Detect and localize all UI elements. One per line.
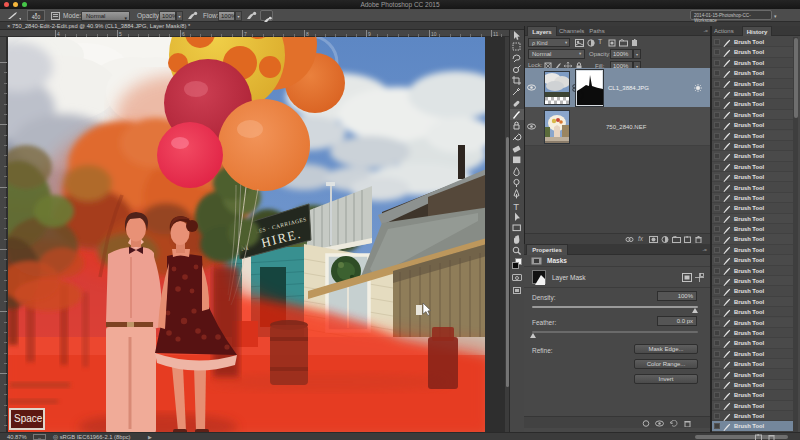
svg-text:T: T xyxy=(513,201,519,211)
